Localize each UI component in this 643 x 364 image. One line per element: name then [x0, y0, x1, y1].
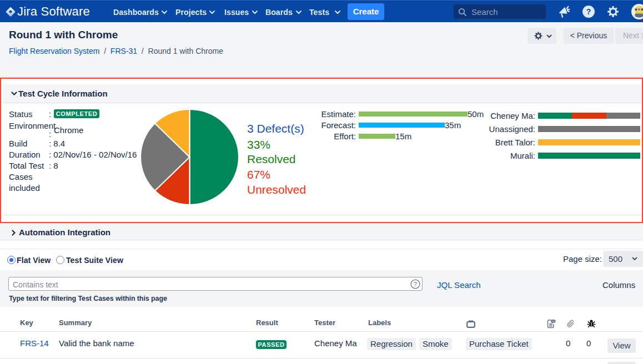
svg-text:?: ?	[586, 7, 591, 16]
svg-text:?: ?	[414, 281, 417, 287]
